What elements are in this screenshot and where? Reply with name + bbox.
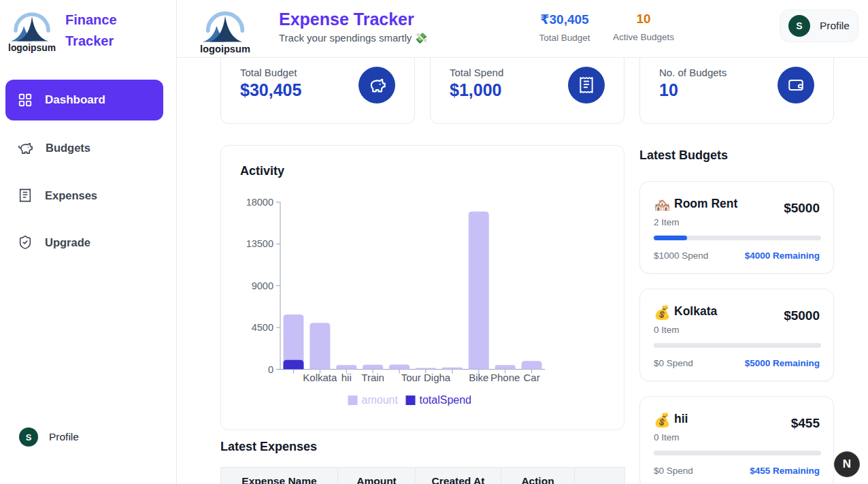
total-budget-value: ₹30,405 [524,12,605,27]
grid-icon [18,93,33,108]
sidebar-item-label: Dashboard [45,93,105,107]
sidebar-item-label: Budgets [46,142,90,155]
profile-button[interactable]: S Profile [780,10,858,42]
svg-text:9000: 9000 [252,280,273,291]
budget-amount: $455 [791,416,820,431]
activity-card: Activity 0450090001350018000KolkatahiiTr… [220,145,624,430]
latest-budgets-heading: Latest Budgets [639,148,728,163]
active-budgets-value: 10 [603,12,684,27]
sidebar: logoipsum Finance Tracker Dashboard Budg… [0,0,177,484]
svg-text:Phone: Phone [490,372,520,383]
progress-bar [654,451,821,455]
header-total-budget: ₹30,405 Total Budget [524,12,605,43]
budget-remaining: $455 Remaining [750,466,820,476]
budget-amount: $5000 [784,308,820,323]
column-header-action: Action [501,468,575,484]
active-budgets-label: Active Budgets [603,32,684,42]
stat-value: 10 [659,80,678,100]
expenses-table: Expense Name Amount Created At Action [220,467,625,484]
stat-label: Total Spend [450,67,503,78]
budget-name: hii [674,412,688,426]
chart-title: Activity [240,164,284,178]
page-subtitle: Track your spendings smartly 💸 [279,32,427,44]
header-active-budgets: 10 Active Budgets [603,12,684,42]
svg-text:13500: 13500 [246,238,273,249]
sidebar-item-expenses[interactable]: Expenses [5,180,163,211]
budget-spend: $1000 Spend [654,251,708,261]
svg-text:18000: 18000 [246,197,273,208]
budget-card-kolkata[interactable]: 💰 Kolkata $5000 0 Item $0 Spend $5000 Re… [639,289,834,381]
progress-bar [654,236,821,240]
sidebar-item-budgets[interactable]: Budgets [5,132,163,163]
sidebar-profile-label: Profile [49,431,79,443]
avatar: S [19,427,38,447]
budget-remaining: $4000 Remaining [745,251,820,261]
column-header-expense-name: Expense Name [221,468,338,484]
wallet-icon [778,67,814,103]
activity-bar-chart: 0450090001350018000KolkatahiiTrainTour D… [225,195,620,419]
total-budget-label: Total Budget [524,33,605,43]
column-header-created-at: Created At [416,468,501,484]
budget-name: Kolkata [674,304,717,319]
svg-text:Train: Train [361,372,384,383]
svg-text:hii: hii [341,372,352,383]
receipt-icon [18,188,33,203]
stat-value: $30,405 [240,80,301,100]
piggy-bank-icon [18,140,33,156]
sidebar-item-label: Upgrade [45,236,90,249]
budget-items: 0 Item [654,325,680,335]
svg-text:amount: amount [362,394,399,406]
dashboard-page: logoipsum Finance Tracker Dashboard Budg… [0,0,868,484]
profile-button-label: Profile [820,20,850,32]
column-header-blank [575,468,625,484]
budget-emoji: 💰 [654,412,671,428]
svg-text:4500: 4500 [252,322,273,333]
budget-card-room-rent[interactable]: 🏘️ Room Rent $5000 2 Item $1000 Spend $4… [639,181,834,274]
logo-icon: logoipsum [197,4,253,56]
sidebar-item-label: Expenses [45,189,97,202]
piggy-bank-icon [358,67,395,103]
shield-check-icon [18,235,33,250]
svg-text:Bike: Bike [469,372,488,383]
table-header-row: Expense Name Amount Created At Action [221,468,625,484]
budget-items: 2 Item [654,217,680,227]
stat-label: Total Budget [240,67,297,78]
logo-icon: logoipsum [6,5,58,54]
progress-bar [654,343,821,348]
avatar: S [788,15,810,37]
budget-spend: $0 Spend [654,358,693,368]
stat-value: $1,000 [450,80,501,100]
app-header: logoipsum Expense Tracker Track your spe… [177,0,868,58]
budget-emoji: 🏘️ [654,197,671,213]
column-header-amount: Amount [338,468,416,484]
sidebar-item-dashboard[interactable]: Dashboard [5,80,163,120]
svg-text:totalSpend: totalSpend [420,394,472,406]
budget-spend: $0 Spend [654,466,693,476]
budget-emoji: 💰 [654,304,671,321]
budget-remaining: $5000 Remaining [745,358,820,368]
svg-text:Kolkata: Kolkata [303,372,337,383]
budget-name: Room Rent [674,197,737,211]
receipt-icon [568,67,605,103]
svg-text:0: 0 [268,364,273,375]
svg-text:logoipsum: logoipsum [200,44,250,54]
svg-text:Car: Car [523,372,539,383]
svg-text:Tour Digha: Tour Digha [401,372,451,383]
sidebar-item-upgrade[interactable]: Upgrade [5,227,163,258]
latest-expenses-heading: Latest Expenses [220,440,317,454]
svg-text:logoipsum: logoipsum [8,42,56,53]
sidebar-profile[interactable]: S Profile [19,427,79,447]
budget-amount: $5000 [784,201,820,216]
budget-card-hii[interactable]: 💰 hii $455 0 Item $0 Spend $455 Remainin… [639,396,834,484]
app-title: Finance Tracker [65,10,154,52]
page-title: Expense Tracker [279,10,414,29]
stat-label: No. of Budgets [659,67,727,78]
budget-items: 0 Item [654,432,680,442]
nextjs-dev-badge[interactable]: N [834,451,860,477]
